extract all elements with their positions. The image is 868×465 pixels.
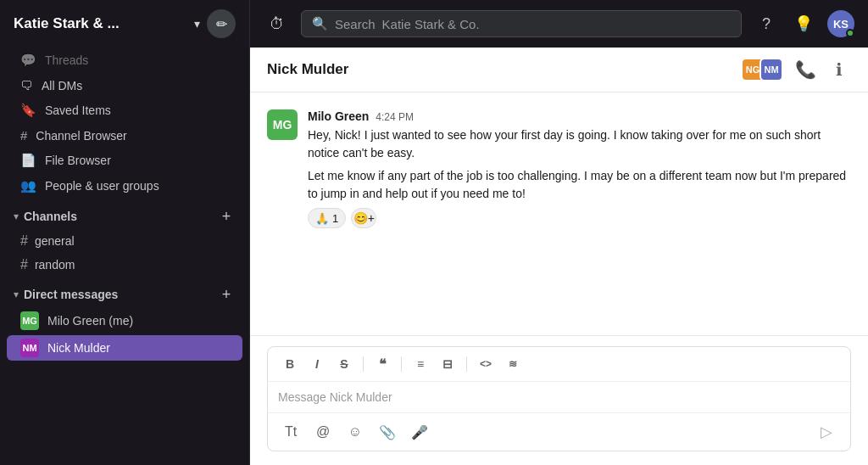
channels-section[interactable]: ▾ Channels + <box>0 199 249 229</box>
chat-header-actions: NG NM 📞 ℹ <box>741 58 851 81</box>
voice-button[interactable]: 🎤 <box>407 419 432 445</box>
sidebar-item-channel-browser[interactable]: # Channel Browser <box>7 124 242 147</box>
compose-button[interactable]: ✏ <box>207 9 236 38</box>
bookmark-icon: 🔖 <box>20 103 36 118</box>
whats-new-button[interactable]: 💡 <box>790 10 817 37</box>
strikethrough-button[interactable]: S <box>332 352 356 376</box>
reaction-count: 1 <box>332 212 338 225</box>
chat-title: Nick Mulder <box>267 61 731 78</box>
add-reaction-button[interactable]: 😊+ <box>351 208 376 228</box>
help-button[interactable]: ? <box>753 10 780 37</box>
sidebar-item-label: All DMs <box>42 79 82 92</box>
reaction-pray[interactable]: 🙏 1 <box>308 208 346 228</box>
message-reactions: 🙏 1 😊+ <box>308 208 851 228</box>
chat-avatar-2: NM <box>760 58 783 81</box>
compose-input[interactable]: Message Nick Mulder <box>268 382 850 412</box>
history-button[interactable]: ⏱ <box>264 10 291 37</box>
sidebar: 💬 Threads 🗨 All DMs 🔖 Saved Items # Chan… <box>0 48 250 465</box>
dm-section[interactable]: ▾ Direct messages + <box>0 277 249 307</box>
history-icon: ⏱ <box>270 15 285 33</box>
sidebar-item-label: Channel Browser <box>36 129 126 143</box>
message-text-1: Hey, Nick! I just wanted to see how your… <box>308 126 851 162</box>
dm-name: Nick Mulder <box>47 341 110 355</box>
chat-avatars: NG NM <box>741 58 783 81</box>
message: MG Milo Green 4:24 PM Hey, Nick! I just … <box>267 109 851 228</box>
sidebar-item-label: Threads <box>45 53 88 67</box>
dm-section-label: Direct messages <box>24 288 212 301</box>
hash-icon: # <box>20 257 28 272</box>
search-workspace: Katie Stark & Co. <box>382 17 480 31</box>
mention-button[interactable]: @ <box>310 419 336 445</box>
search-label: Search <box>335 17 376 31</box>
message-header: Milo Green 4:24 PM <box>308 109 851 123</box>
ordered-list-button[interactable]: ≡ <box>409 352 432 376</box>
threads-icon: 💬 <box>20 53 36 68</box>
header-actions: ? 💡 KS <box>753 10 854 37</box>
user-avatar[interactable]: KS <box>827 10 854 37</box>
sidebar-item-saved-items[interactable]: 🔖 Saved Items <box>7 98 242 122</box>
dm-item-nick-mulder[interactable]: NM Nick Mulder <box>7 335 242 361</box>
status-dot <box>846 29 854 37</box>
all-dms-icon: 🗨 <box>20 78 33 92</box>
toolbar-divider <box>363 356 364 372</box>
sidebar-item-label: File Browser <box>45 154 111 167</box>
code-block-button[interactable]: ≋ <box>501 352 525 376</box>
channel-name: random <box>35 258 75 272</box>
file-browser-icon: 📄 <box>20 153 36 168</box>
sidebar-item-label: Saved Items <box>45 104 111 117</box>
hash-icon: # <box>20 233 28 249</box>
attach-button[interactable]: 📎 <box>375 419 400 445</box>
compose-toolbar: B I S ❝ ≡ ⊟ <> ≋ <box>268 347 850 382</box>
sidebar-item-file-browser[interactable]: 📄 File Browser <box>7 148 242 172</box>
main-header: ⏱ 🔍 Search Katie Stark & Co. ? 💡 KS <box>250 10 868 37</box>
people-icon: 👥 <box>20 178 36 193</box>
channel-item-general[interactable]: # general <box>7 230 242 252</box>
message-avatar: MG <box>267 109 298 140</box>
dm-name: Milo Green (me) <box>47 314 133 328</box>
info-button[interactable]: ℹ <box>827 58 851 81</box>
compose-footer: Tt @ ☺ 📎 🎤 ▷ <box>268 412 850 451</box>
main-content: 💬 Threads 🗨 All DMs 🔖 Saved Items # Chan… <box>0 48 868 465</box>
add-channel-button[interactable]: + <box>217 207 236 226</box>
dm-avatar-milo: MG <box>20 311 39 330</box>
channel-item-random[interactable]: # random <box>7 254 242 276</box>
toolbar-divider-3 <box>466 356 467 372</box>
channels-chevron-icon: ▾ <box>14 210 19 222</box>
sidebar-item-all-dms[interactable]: 🗨 All DMs <box>7 74 242 97</box>
dm-avatar-nick: NM <box>20 339 39 357</box>
dm-item-milo-green[interactable]: MG Milo Green (me) <box>7 308 242 333</box>
bold-button[interactable]: B <box>278 352 302 376</box>
message-time: 4:24 PM <box>376 111 414 123</box>
message-text-2: Let me know if any part of the job is to… <box>308 167 851 203</box>
italic-button[interactable]: I <box>305 352 329 376</box>
bullet-list-button[interactable]: ⊟ <box>436 352 459 376</box>
channel-name: general <box>35 234 75 248</box>
message-author: Milo Green <box>308 109 369 123</box>
send-button[interactable]: ▷ <box>813 418 840 445</box>
chat-area: Nick Mulder NG NM 📞 ℹ MG <box>250 48 868 465</box>
bell-icon: 💡 <box>794 14 813 33</box>
message-body: Milo Green 4:24 PM Hey, Nick! I just wan… <box>308 109 851 228</box>
messages-area[interactable]: MG Milo Green 4:24 PM Hey, Nick! I just … <box>250 92 868 335</box>
phone-button[interactable]: 📞 <box>793 58 817 81</box>
add-dm-button[interactable]: + <box>217 285 236 304</box>
sidebar-item-threads[interactable]: 💬 Threads <box>7 48 242 72</box>
toolbar-divider-2 <box>401 356 402 372</box>
top-header: Katie Stark & ... ▾ ✏ ⏱ 🔍 Search Katie S… <box>0 0 868 48</box>
phone-icon: 📞 <box>795 59 816 80</box>
channel-browser-icon: # <box>20 128 27 143</box>
add-reaction-icon: 😊+ <box>353 211 375 225</box>
text-format-button[interactable]: Tt <box>278 419 303 445</box>
sidebar-item-people-user-groups[interactable]: 👥 People & user groups <box>7 174 242 198</box>
quote-button[interactable]: ❝ <box>370 352 394 376</box>
workspace-name: Katie Stark & ... <box>14 15 187 32</box>
info-icon: ℹ <box>836 59 843 80</box>
sidebar-item-label: People & user groups <box>45 179 159 193</box>
search-bar[interactable]: 🔍 Search Katie Stark & Co. <box>301 10 742 37</box>
workspace-header: Katie Stark & ... ▾ ✏ <box>0 0 250 48</box>
code-button[interactable]: <> <box>474 352 498 376</box>
compose-placeholder: Message Nick Mulder <box>278 390 392 404</box>
help-icon: ? <box>762 15 771 33</box>
emoji-button[interactable]: ☺ <box>342 419 368 445</box>
channels-section-label: Channels <box>24 210 212 223</box>
